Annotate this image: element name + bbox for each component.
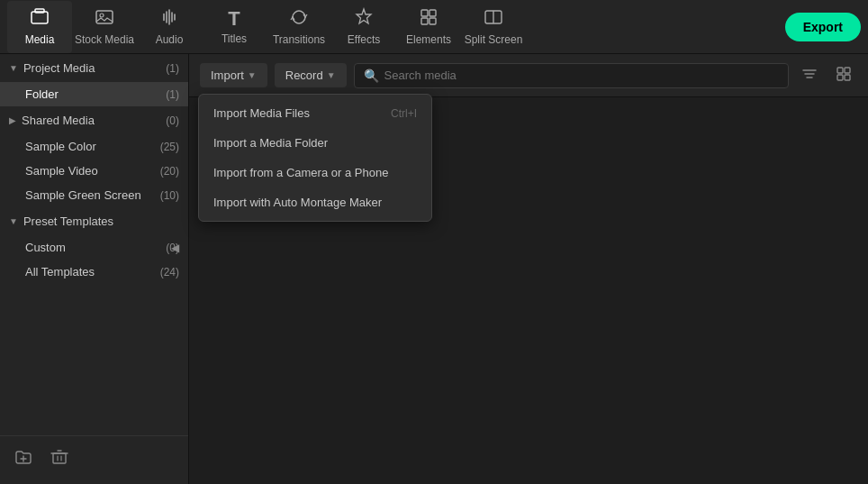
svg-rect-22 [845, 68, 850, 73]
sidebar-item-sample-color[interactable]: Sample Color (25) [0, 134, 188, 159]
toolbar: Import ▼ Record ▼ 🔍 [189, 54, 868, 97]
sidebar-item-folder[interactable]: Folder (1) [0, 82, 188, 106]
shared-media-count: (0) [166, 114, 179, 127]
record-label: Record [285, 68, 323, 82]
import-auto-montage-label: Import with Auto Montage Maker [213, 196, 382, 209]
search-bar: 🔍 [354, 63, 789, 88]
import-button[interactable]: Import ▼ [200, 63, 267, 87]
svg-marker-4 [357, 9, 371, 23]
svg-rect-21 [837, 68, 843, 73]
import-folder-label: Import a Media Folder [213, 136, 328, 150]
dropdown-import-auto-montage[interactable]: Import with Auto Montage Maker [199, 187, 431, 217]
project-media-header[interactable]: ▼ Project Media (1) [0, 54, 188, 82]
svg-rect-23 [837, 75, 843, 80]
content-area: Import ▼ Record ▼ 🔍 [189, 54, 868, 484]
nav-split-label: Split Screen [465, 33, 523, 46]
nav-effects[interactable]: Effects [331, 1, 396, 53]
custom-arrow: ◀ [171, 242, 179, 254]
elements-icon [419, 7, 439, 30]
import-label: Import [211, 68, 244, 82]
svg-rect-2 [96, 11, 113, 23]
import-media-files-label: Import Media Files [213, 106, 310, 120]
sidebar-item-sample-video[interactable]: Sample Video (20) [0, 159, 188, 183]
export-button[interactable]: Export [785, 13, 861, 41]
transitions-icon [289, 7, 309, 30]
nav-stock-media[interactable]: Stock Media [72, 1, 137, 53]
nav-elements-label: Elements [406, 33, 451, 46]
svg-rect-8 [429, 18, 436, 24]
media-icon [30, 7, 50, 30]
add-folder-button[interactable] [9, 445, 38, 475]
nav-audio-label: Audio [156, 33, 184, 46]
shared-media-title: Shared Media [22, 114, 166, 127]
svg-rect-6 [429, 10, 436, 16]
nav-titles[interactable]: T Titles [202, 1, 267, 53]
stock-media-icon [95, 7, 114, 30]
dropdown-import-media-files[interactable]: Import Media Files Ctrl+I [199, 98, 431, 128]
split-screen-icon [484, 7, 503, 30]
import-dropdown-menu: Import Media Files Ctrl+I Import a Media… [198, 94, 432, 222]
titles-icon: T [228, 9, 240, 29]
record-button[interactable]: Record ▼ [275, 63, 347, 87]
search-icon: 🔍 [364, 68, 379, 83]
record-dropdown-arrow: ▼ [327, 70, 336, 80]
sidebar-item-custom[interactable]: Custom (0) ◀ [0, 235, 188, 260]
sidebar: ▼ Project Media (1) Folder (1) ▶ Shared … [0, 54, 189, 484]
svg-rect-24 [845, 75, 850, 80]
nav-media-label: Media [25, 33, 55, 46]
nav-transitions-label: Transitions [273, 33, 325, 46]
nav-stock-label: Stock Media [75, 33, 134, 46]
preset-templates-title: Preset Templates [23, 215, 179, 228]
nav-elements[interactable]: Elements [396, 1, 461, 53]
shared-media-header[interactable]: ▶ Shared Media (0) [0, 106, 188, 134]
svg-rect-5 [421, 10, 428, 16]
delete-button[interactable] [45, 445, 74, 475]
svg-rect-1 [35, 9, 44, 13]
dropdown-import-media-folder[interactable]: Import a Media Folder [199, 128, 431, 158]
svg-rect-13 [53, 453, 66, 463]
nav-titles-label: Titles [222, 32, 247, 45]
sample-video-label: Sample Video [25, 164, 160, 178]
folder-label: Folder [25, 87, 166, 101]
dropdown-import-camera[interactable]: Import from a Camera or a Phone [199, 158, 431, 187]
svg-rect-7 [421, 18, 428, 24]
all-templates-label: All Templates [25, 265, 160, 279]
folder-count: (1) [166, 88, 179, 101]
sidebar-item-all-templates[interactable]: All Templates (24) [0, 260, 188, 284]
sample-green-count: (10) [160, 189, 179, 202]
svg-point-3 [100, 14, 104, 17]
custom-label: Custom [25, 241, 166, 254]
nav-split-screen[interactable]: Split Screen [461, 1, 526, 53]
search-input[interactable] [384, 68, 779, 82]
sample-green-label: Sample Green Screen [25, 188, 160, 202]
sample-video-count: (20) [160, 165, 179, 178]
nav-media[interactable]: Media [7, 1, 72, 53]
preset-templates-header[interactable]: ▼ Preset Templates [0, 207, 188, 235]
audio-icon [159, 7, 179, 30]
preset-chevron: ▼ [9, 216, 18, 226]
project-media-chevron: ▼ [9, 63, 18, 73]
filter-button[interactable] [796, 62, 823, 89]
main-area: ▼ Project Media (1) Folder (1) ▶ Shared … [0, 54, 868, 484]
import-dropdown-arrow: ▼ [248, 70, 257, 80]
nav-transitions[interactable]: Transitions [267, 1, 331, 53]
all-templates-count: (24) [160, 266, 179, 279]
nav-effects-label: Effects [348, 33, 380, 46]
sidebar-footer [0, 435, 188, 484]
shared-media-chevron: ▶ [9, 115, 16, 125]
import-media-shortcut: Ctrl+I [391, 107, 417, 120]
sidebar-item-sample-green[interactable]: Sample Green Screen (10) [0, 183, 188, 207]
import-camera-label: Import from a Camera or a Phone [213, 166, 388, 179]
effects-icon [354, 7, 374, 30]
grid-view-button[interactable] [830, 62, 857, 89]
svg-rect-0 [32, 12, 48, 23]
sample-color-label: Sample Color [25, 140, 160, 153]
project-media-title: Project Media [23, 61, 166, 75]
sample-color-count: (25) [160, 141, 179, 153]
top-nav: Media Stock Media Audio T Titles [0, 0, 868, 54]
nav-audio[interactable]: Audio [137, 1, 202, 53]
project-media-count: (1) [166, 62, 179, 75]
